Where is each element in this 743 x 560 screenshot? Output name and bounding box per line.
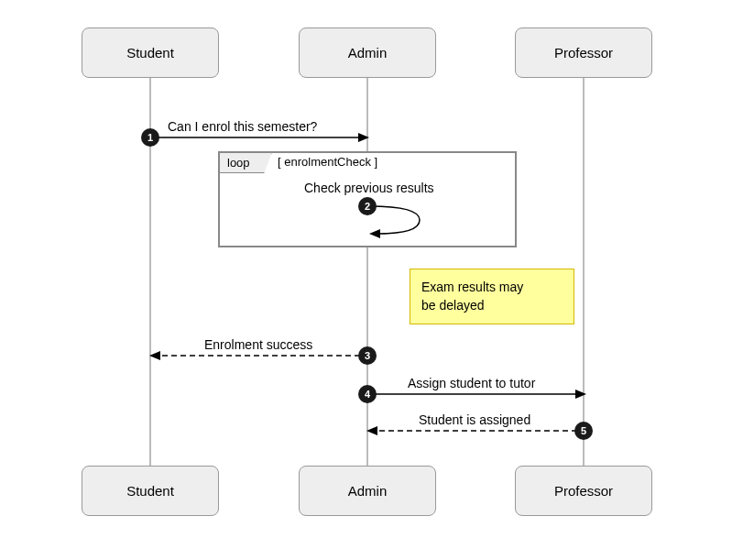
seq-dot-5: 5 [574,422,593,440]
msg-label-2: Check previous results [304,181,434,195]
svg-marker-1 [358,133,369,142]
actor-admin-bottom: Admin [299,466,436,516]
svg-marker-2 [369,229,380,238]
svg-marker-6 [575,390,586,399]
actor-label: Professor [554,483,613,499]
actor-professor-top: Professor [515,27,652,78]
note-box: Exam results may be delayed [410,269,574,324]
sequence-diagram: Student Admin Professor Student Admin Pr… [0,0,743,560]
msg-label-1: Can I enrol this semester? [168,119,317,134]
seq-number: 1 [148,132,153,143]
actor-label: Student [126,483,174,499]
seq-number: 3 [365,350,370,361]
actor-label: Admin [348,483,388,499]
lifeline-professor [583,78,585,466]
msg-label-3: Enrolment success [204,337,312,352]
note-line-2: be delayed [421,297,563,315]
actor-admin-top: Admin [299,27,436,78]
actor-professor-bottom: Professor [515,466,652,516]
msg-label-4: Assign student to tutor [408,376,535,390]
actor-student-bottom: Student [82,466,219,516]
seq-dot-1: 1 [141,128,159,147]
loop-type-label: loop [227,156,250,170]
msg-label-5: Student is assigned [419,412,530,427]
actor-label: Professor [554,45,613,60]
svg-marker-4 [149,351,160,360]
actor-label: Student [126,45,174,60]
note-line-1: Exam results may [421,279,563,297]
seq-number: 4 [365,389,370,400]
seq-dot-4: 4 [358,385,377,403]
loop-tag: loop [219,152,272,173]
svg-marker-8 [366,426,377,435]
seq-dot-2: 2 [358,197,377,215]
seq-number: 5 [581,425,586,436]
actor-student-top: Student [82,27,219,78]
seq-dot-3: 3 [358,346,377,365]
loop-condition: [ enrolmentCheck ] [278,155,377,169]
actor-label: Admin [348,45,388,60]
seq-number: 2 [365,201,370,212]
